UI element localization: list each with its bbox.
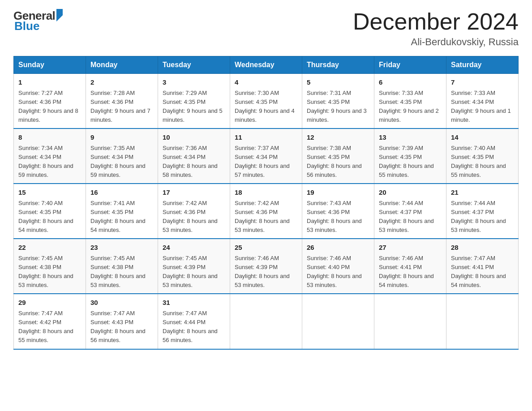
empty-cell [374, 294, 446, 349]
calendar-week-2: 8Sunrise: 7:34 AMSunset: 4:34 PMDaylight… [14, 128, 519, 184]
day-number: 4 [235, 77, 297, 88]
calendar-day-6: 6Sunrise: 7:33 AMSunset: 4:35 PMDaylight… [374, 74, 446, 129]
day-number: 6 [379, 77, 442, 88]
day-number: 30 [90, 298, 153, 308]
day-info: Sunrise: 7:28 AMSunset: 4:36 PMDaylight:… [90, 89, 153, 125]
weekday-header-friday: Friday [374, 56, 446, 74]
calendar-day-18: 18Sunrise: 7:42 AMSunset: 4:36 PMDayligh… [230, 184, 302, 239]
calendar-day-4: 4Sunrise: 7:30 AMSunset: 4:35 PMDaylight… [230, 74, 302, 129]
day-info: Sunrise: 7:46 AMSunset: 4:39 PMDaylight:… [235, 254, 297, 290]
day-info: Sunrise: 7:27 AMSunset: 4:36 PMDaylight:… [18, 89, 81, 125]
day-info: Sunrise: 7:47 AMSunset: 4:42 PMDaylight:… [18, 309, 81, 345]
day-number: 29 [18, 298, 81, 308]
weekday-header-tuesday: Tuesday [158, 56, 230, 74]
calendar-day-5: 5Sunrise: 7:31 AMSunset: 4:35 PMDaylight… [302, 74, 374, 129]
day-info: Sunrise: 7:45 AMSunset: 4:39 PMDaylight:… [163, 254, 225, 290]
calendar-day-1: 1Sunrise: 7:27 AMSunset: 4:36 PMDaylight… [14, 74, 86, 129]
day-info: Sunrise: 7:31 AMSunset: 4:35 PMDaylight:… [307, 89, 369, 125]
weekday-header-saturday: Saturday [446, 56, 519, 74]
logo-triangle-icon [56, 9, 63, 21]
weekday-header-thursday: Thursday [302, 56, 374, 74]
day-number: 20 [379, 188, 442, 198]
calendar-day-28: 28Sunrise: 7:47 AMSunset: 4:41 PMDayligh… [446, 239, 519, 294]
day-info: Sunrise: 7:44 AMSunset: 4:37 PMDaylight:… [451, 199, 514, 235]
calendar-day-2: 2Sunrise: 7:28 AMSunset: 4:36 PMDaylight… [86, 74, 158, 129]
calendar-day-16: 16Sunrise: 7:41 AMSunset: 4:35 PMDayligh… [86, 184, 158, 239]
month-year-title: December 2024 [353, 9, 519, 34]
calendar-day-14: 14Sunrise: 7:40 AMSunset: 4:35 PMDayligh… [446, 128, 519, 184]
calendar-day-31: 31Sunrise: 7:47 AMSunset: 4:44 PMDayligh… [158, 294, 230, 349]
calendar-day-12: 12Sunrise: 7:38 AMSunset: 4:35 PMDayligh… [302, 128, 374, 184]
calendar-day-30: 30Sunrise: 7:47 AMSunset: 4:43 PMDayligh… [86, 294, 158, 349]
day-info: Sunrise: 7:34 AMSunset: 4:34 PMDaylight:… [18, 144, 81, 180]
day-info: Sunrise: 7:42 AMSunset: 4:36 PMDaylight:… [163, 199, 225, 235]
day-info: Sunrise: 7:46 AMSunset: 4:40 PMDaylight:… [307, 254, 369, 290]
calendar-day-22: 22Sunrise: 7:45 AMSunset: 4:38 PMDayligh… [14, 239, 86, 294]
calendar-day-19: 19Sunrise: 7:43 AMSunset: 4:36 PMDayligh… [302, 184, 374, 239]
day-number: 10 [163, 133, 225, 143]
day-number: 1 [18, 77, 81, 88]
day-info: Sunrise: 7:42 AMSunset: 4:36 PMDaylight:… [235, 199, 297, 235]
day-info: Sunrise: 7:40 AMSunset: 4:35 PMDaylight:… [18, 199, 81, 235]
day-number: 25 [235, 243, 297, 253]
calendar-day-23: 23Sunrise: 7:45 AMSunset: 4:38 PMDayligh… [86, 239, 158, 294]
empty-cell [230, 294, 302, 349]
day-number: 22 [18, 243, 81, 253]
day-number: 14 [451, 133, 514, 143]
day-info: Sunrise: 7:44 AMSunset: 4:37 PMDaylight:… [379, 199, 442, 235]
calendar-day-15: 15Sunrise: 7:40 AMSunset: 4:35 PMDayligh… [14, 184, 86, 239]
day-number: 2 [90, 77, 153, 88]
day-info: Sunrise: 7:37 AMSunset: 4:34 PMDaylight:… [235, 144, 297, 180]
location-text: Ali-Berdukovskiy, Russia [353, 36, 519, 48]
day-number: 16 [90, 188, 153, 198]
calendar-day-3: 3Sunrise: 7:29 AMSunset: 4:35 PMDaylight… [158, 74, 230, 129]
calendar-day-26: 26Sunrise: 7:46 AMSunset: 4:40 PMDayligh… [302, 239, 374, 294]
day-info: Sunrise: 7:29 AMSunset: 4:35 PMDaylight:… [163, 89, 225, 125]
calendar-day-17: 17Sunrise: 7:42 AMSunset: 4:36 PMDayligh… [158, 184, 230, 239]
day-info: Sunrise: 7:46 AMSunset: 4:41 PMDaylight:… [379, 254, 442, 290]
day-number: 11 [235, 133, 297, 143]
day-number: 9 [90, 133, 153, 143]
calendar-day-13: 13Sunrise: 7:39 AMSunset: 4:35 PMDayligh… [374, 128, 446, 184]
day-info: Sunrise: 7:47 AMSunset: 4:44 PMDaylight:… [163, 309, 225, 345]
day-info: Sunrise: 7:36 AMSunset: 4:34 PMDaylight:… [163, 144, 225, 180]
calendar-week-4: 22Sunrise: 7:45 AMSunset: 4:38 PMDayligh… [14, 239, 519, 294]
calendar-day-27: 27Sunrise: 7:46 AMSunset: 4:41 PMDayligh… [374, 239, 446, 294]
calendar-day-8: 8Sunrise: 7:34 AMSunset: 4:34 PMDaylight… [14, 128, 86, 184]
calendar-day-20: 20Sunrise: 7:44 AMSunset: 4:37 PMDayligh… [374, 184, 446, 239]
day-info: Sunrise: 7:47 AMSunset: 4:43 PMDaylight:… [90, 309, 153, 345]
day-info: Sunrise: 7:38 AMSunset: 4:35 PMDaylight:… [307, 144, 369, 180]
calendar-day-11: 11Sunrise: 7:37 AMSunset: 4:34 PMDayligh… [230, 128, 302, 184]
day-info: Sunrise: 7:45 AMSunset: 4:38 PMDaylight:… [18, 254, 81, 290]
title-block: December 2024 Ali-Berdukovskiy, Russia [353, 9, 519, 48]
day-info: Sunrise: 7:33 AMSunset: 4:34 PMDaylight:… [451, 89, 514, 125]
day-number: 8 [18, 133, 81, 143]
calendar-day-10: 10Sunrise: 7:36 AMSunset: 4:34 PMDayligh… [158, 128, 230, 184]
day-number: 21 [451, 188, 514, 198]
day-info: Sunrise: 7:39 AMSunset: 4:35 PMDaylight:… [379, 144, 442, 180]
logo-blue-text: Blue [14, 19, 39, 33]
day-info: Sunrise: 7:47 AMSunset: 4:41 PMDaylight:… [451, 254, 514, 290]
day-info: Sunrise: 7:35 AMSunset: 4:34 PMDaylight:… [90, 144, 153, 180]
day-info: Sunrise: 7:33 AMSunset: 4:35 PMDaylight:… [379, 89, 442, 125]
calendar-day-24: 24Sunrise: 7:45 AMSunset: 4:39 PMDayligh… [158, 239, 230, 294]
calendar-week-3: 15Sunrise: 7:40 AMSunset: 4:35 PMDayligh… [14, 184, 519, 239]
day-number: 19 [307, 188, 369, 198]
day-info: Sunrise: 7:30 AMSunset: 4:35 PMDaylight:… [235, 89, 297, 125]
day-number: 17 [163, 188, 225, 198]
day-number: 7 [451, 77, 514, 88]
day-info: Sunrise: 7:41 AMSunset: 4:35 PMDaylight:… [90, 199, 153, 235]
empty-cell [446, 294, 519, 349]
day-number: 3 [163, 77, 225, 88]
day-number: 27 [379, 243, 442, 253]
day-info: Sunrise: 7:43 AMSunset: 4:36 PMDaylight:… [307, 199, 369, 235]
calendar-day-25: 25Sunrise: 7:46 AMSunset: 4:39 PMDayligh… [230, 239, 302, 294]
day-number: 24 [163, 243, 225, 253]
page-header: General Blue December 2024 Ali-Berdukovs… [13, 9, 519, 48]
day-number: 5 [307, 77, 369, 88]
day-info: Sunrise: 7:45 AMSunset: 4:38 PMDaylight:… [90, 254, 153, 290]
calendar-week-1: 1Sunrise: 7:27 AMSunset: 4:36 PMDaylight… [14, 74, 519, 129]
calendar-table: SundayMondayTuesdayWednesdayThursdayFrid… [13, 56, 519, 349]
weekday-header-sunday: Sunday [14, 56, 86, 74]
weekday-header-wednesday: Wednesday [230, 56, 302, 74]
